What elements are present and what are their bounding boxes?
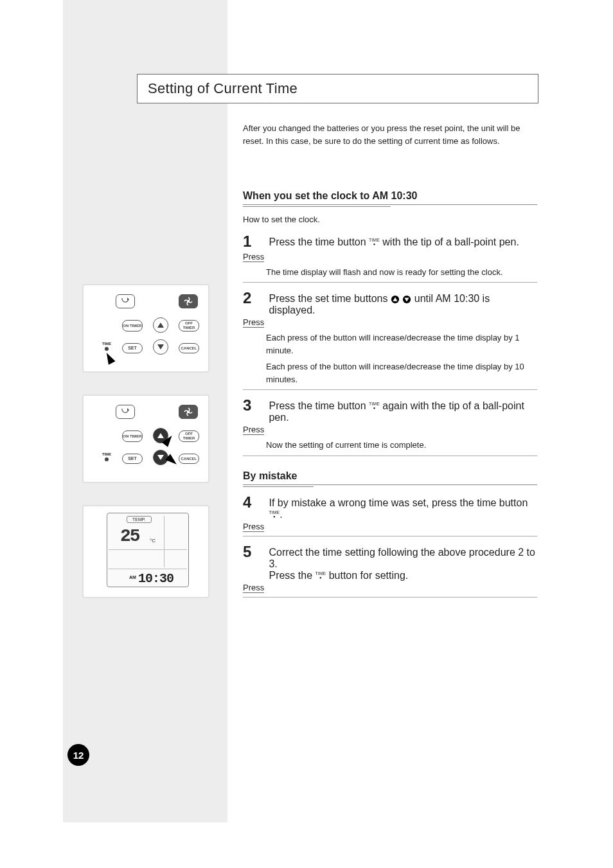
off-timer-button: OFF TIMER (179, 430, 199, 442)
rule (243, 389, 537, 390)
step-1: 1 Press the time button TIME with the ti… (243, 233, 537, 262)
rule (243, 597, 537, 598)
step-4-text: If by mistake a wrong time was set, pres… (269, 493, 535, 520)
time-up-button (153, 317, 168, 333)
time-reset-point-icon (105, 457, 109, 461)
remote-panel-1: ON TIMER OFF TIMER TIME SET CANCEL (82, 284, 209, 373)
page-title: Setting of Current Time (137, 74, 538, 103)
intro-text: After you changed the batteries or you p… (243, 122, 537, 147)
lcd-am: AM (129, 575, 136, 580)
time-down-button (153, 450, 168, 465)
lcd-divider-h2 (109, 569, 187, 569)
rule (243, 456, 537, 456)
rule (243, 484, 537, 485)
remote-panel-2: ON TIMER OFF TIMER TIME SET CANCEL (82, 394, 209, 483)
fan-button-icon (179, 294, 198, 308)
time-label: TIME (102, 342, 111, 346)
step-1-text-inner: Press the time button TIME with the tip … (269, 236, 519, 247)
rule (243, 204, 537, 205)
step-2-press-label: Press (243, 317, 264, 328)
time-button-icon: TIME (315, 571, 326, 580)
step-4: 4 If by mistake a wrong time was set, pr… (243, 493, 537, 532)
lcd-divider-v (164, 516, 187, 567)
step-2-detail1: Each press of the button will increase/d… (266, 332, 537, 357)
step-5: 5 Correct the time setting following the… (243, 543, 537, 593)
mode-button-icon (116, 405, 135, 419)
on-timer-button: ON TIMER (122, 430, 143, 442)
time-label: TIME (102, 452, 111, 456)
set-button: SET (122, 454, 143, 464)
heading-mistake: By mistake (243, 470, 298, 483)
step-5-text: Correct the time setting following the a… (269, 543, 535, 581)
lcd-display-panel: TEMP. 25 °C AM 10:30 (82, 505, 209, 598)
step-2: 2 Press the set time buttons until AM 10… (243, 289, 537, 328)
lcd-temp-value: 25 (120, 526, 139, 546)
time-reset-point-icon (105, 347, 109, 351)
page-number-text: 12 (73, 750, 84, 761)
rule-short (243, 486, 314, 487)
step-5-num: 5 (243, 543, 266, 561)
on-timer-button: ON TIMER (122, 320, 143, 332)
heading-setting: When you set the clock to AM 10:30 (243, 190, 417, 203)
step-3-num: 3 (243, 396, 266, 414)
set-button: SET (122, 343, 143, 353)
step-2-num: 2 (243, 289, 266, 307)
step-3-text: Press the time button TIME again with th… (269, 396, 535, 423)
step-2-detail2: Each press of the button will increase/d… (266, 360, 537, 385)
step1-body: How to set the clock. (243, 213, 537, 226)
step-4-press-label: Press (243, 522, 264, 532)
step-3-press-label: Press (243, 425, 264, 435)
cancel-button: CANCEL (179, 454, 199, 464)
lcd-temp-label: TEMP. (127, 516, 152, 523)
lcd-screen: TEMP. 25 °C AM 10:30 (107, 513, 189, 587)
step-3-detail: Now the setting of current time is compl… (266, 439, 537, 452)
step-1-num: 1 (243, 233, 266, 251)
rule (243, 282, 537, 283)
step-3: 3 Press the time button TIME again with … (243, 396, 537, 435)
page-number: 12 (67, 744, 89, 766)
lcd-divider-h1 (109, 549, 187, 550)
steps-block: When you set the clock to AM 10:30 How t… (243, 190, 537, 604)
step-4-num: 4 (243, 493, 266, 511)
rule (243, 536, 537, 536)
off-timer-button: OFF TIMER (179, 320, 199, 332)
lcd-clock: 10:30 (138, 571, 173, 586)
step-1-text: Press the time button TIME with the tip … (269, 233, 535, 248)
time-down-button (153, 339, 168, 355)
time-button-icon: TIME (369, 238, 380, 246)
down-icon (402, 295, 411, 304)
pointer-to-time-icon (103, 351, 115, 365)
step-2-text: Press the set time buttons until AM 10:3… (269, 289, 535, 316)
time-button-icon: TIME (269, 510, 280, 518)
step-1-press-label: Press (243, 252, 264, 262)
page-title-text: Setting of Current Time (148, 80, 298, 97)
lcd-temp-unit: °C (150, 538, 155, 544)
fan-button-icon (179, 405, 198, 419)
mode-button-icon (116, 294, 135, 308)
cancel-button: CANCEL (179, 343, 199, 353)
step-5-press-label: Press (243, 583, 264, 593)
up-icon (391, 295, 400, 304)
rule-short (243, 206, 391, 207)
step-1-detail: The time display will flash and now is r… (266, 266, 537, 279)
time-button-icon: TIME (369, 402, 380, 410)
